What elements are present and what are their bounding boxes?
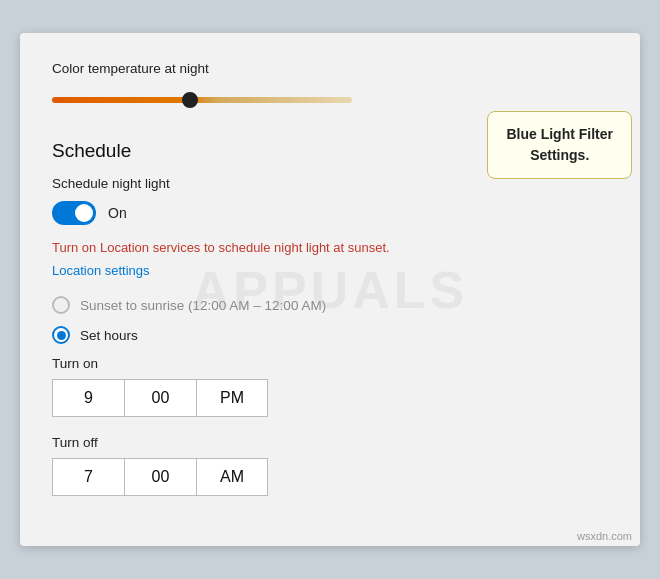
toggle-label: On bbox=[108, 205, 127, 221]
credit: wsxdn.com bbox=[577, 530, 632, 542]
slider-thumb[interactable] bbox=[182, 92, 198, 108]
turn-off-time-row: 7 00 AM bbox=[52, 458, 608, 496]
turn-off-period[interactable]: AM bbox=[196, 458, 268, 496]
slider-label: Color temperature at night bbox=[52, 61, 608, 76]
turn-off-section: Turn off 7 00 AM bbox=[52, 435, 608, 496]
night-light-toggle[interactable] bbox=[52, 201, 96, 225]
sunset-radio-label: Sunset to sunrise (12:00 AM – 12:00 AM) bbox=[80, 298, 326, 313]
turn-on-section: Turn on 9 00 PM bbox=[52, 356, 608, 417]
set-hours-radio-button[interactable] bbox=[52, 326, 70, 344]
turn-off-hour[interactable]: 7 bbox=[52, 458, 124, 496]
settings-window: Color temperature at night Blue Light Fi… bbox=[20, 33, 640, 546]
set-hours-radio-label: Set hours bbox=[80, 328, 138, 343]
turn-off-label: Turn off bbox=[52, 435, 608, 450]
slider-track bbox=[52, 97, 352, 103]
location-warning: Turn on Location services to schedule ni… bbox=[52, 239, 608, 257]
turn-on-time-row: 9 00 PM bbox=[52, 379, 608, 417]
color-temperature-slider[interactable] bbox=[52, 88, 608, 112]
turn-off-minute[interactable]: 00 bbox=[124, 458, 196, 496]
sunset-radio-row[interactable]: Sunset to sunrise (12:00 AM – 12:00 AM) bbox=[52, 296, 608, 314]
turn-on-minute[interactable]: 00 bbox=[124, 379, 196, 417]
toggle-row: On bbox=[52, 201, 608, 225]
turn-on-label: Turn on bbox=[52, 356, 608, 371]
set-hours-radio-row[interactable]: Set hours bbox=[52, 326, 608, 344]
turn-on-period[interactable]: PM bbox=[196, 379, 268, 417]
turn-on-hour[interactable]: 9 bbox=[52, 379, 124, 417]
sunset-radio-button[interactable] bbox=[52, 296, 70, 314]
location-settings-link[interactable]: Location settings bbox=[52, 263, 150, 278]
toggle-knob bbox=[75, 204, 93, 222]
blue-light-tooltip: Blue Light Filter Settings. bbox=[487, 111, 632, 179]
